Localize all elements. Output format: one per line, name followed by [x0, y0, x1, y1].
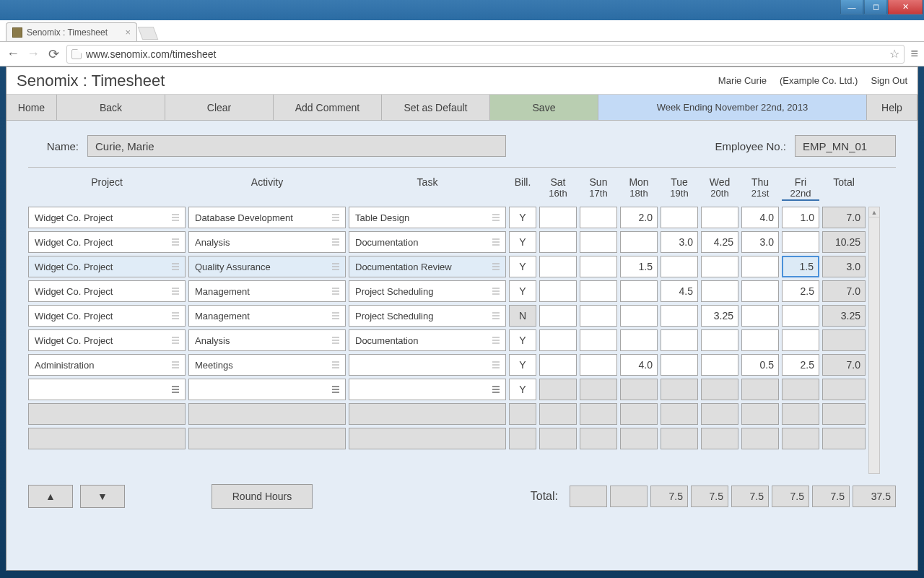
list-picker-icon[interactable] [331, 237, 342, 247]
hours-cell[interactable] [620, 329, 658, 351]
list-picker-icon[interactable] [170, 212, 182, 223]
list-picker-icon[interactable] [491, 335, 502, 345]
bill-cell[interactable]: Y [509, 280, 536, 302]
list-picker-icon[interactable] [331, 212, 342, 223]
project-picker[interactable]: Widget Co. Project [28, 305, 186, 327]
url-input[interactable]: www.senomix.com/timesheet ☆ [66, 45, 905, 64]
bill-cell[interactable]: Y [509, 354, 536, 376]
hours-cell[interactable] [620, 231, 658, 253]
hours-cell[interactable] [620, 280, 658, 302]
reload-icon[interactable]: ⟳ [46, 46, 61, 62]
set-default-button[interactable]: Set as Default [382, 95, 490, 120]
hours-cell[interactable]: 1.5 [620, 256, 658, 277]
hours-cell[interactable] [741, 280, 779, 302]
task-picker[interactable]: Documentation [349, 231, 506, 253]
hours-cell[interactable]: 4.0 [741, 207, 779, 228]
hours-cell[interactable] [539, 403, 577, 425]
project-picker[interactable]: Widget Co. Project [28, 280, 186, 302]
back-button[interactable]: Back [57, 95, 165, 120]
hours-cell[interactable] [620, 305, 658, 327]
new-tab-button[interactable] [138, 27, 159, 40]
row-up-button[interactable]: ▲ [28, 485, 73, 508]
hours-cell[interactable]: 2.5 [782, 280, 819, 302]
project-picker[interactable] [28, 403, 186, 425]
hours-cell[interactable] [580, 280, 617, 302]
add-comment-button[interactable]: Add Comment [274, 95, 382, 120]
clear-button[interactable]: Clear [165, 95, 274, 120]
task-picker[interactable]: Documentation Review [349, 256, 506, 277]
activity-picker[interactable]: Analysis [188, 231, 346, 253]
hours-cell[interactable] [741, 379, 779, 400]
hours-cell[interactable] [741, 256, 779, 277]
hours-cell[interactable] [741, 305, 779, 327]
hours-cell[interactable] [620, 379, 658, 400]
list-picker-icon[interactable] [170, 360, 182, 370]
sign-out-link[interactable]: Sign Out [871, 75, 907, 86]
task-picker[interactable]: Table Design [349, 207, 506, 228]
hours-cell[interactable]: 1.5 [782, 256, 819, 277]
task-picker[interactable] [349, 403, 506, 425]
list-picker-icon[interactable] [331, 384, 342, 394]
hours-cell[interactable] [661, 329, 698, 351]
hours-cell[interactable] [661, 256, 698, 277]
project-picker[interactable] [28, 379, 186, 400]
hours-cell[interactable]: 2.5 [782, 354, 819, 376]
hours-cell[interactable] [580, 428, 617, 449]
task-picker[interactable] [349, 428, 506, 449]
hours-cell[interactable] [701, 329, 738, 351]
bill-cell[interactable]: Y [509, 207, 536, 228]
hours-cell[interactable] [620, 403, 658, 425]
hours-cell[interactable] [661, 305, 698, 327]
hours-cell[interactable] [580, 379, 617, 400]
list-picker-icon[interactable] [170, 384, 182, 394]
task-picker[interactable]: Project Scheduling [349, 305, 506, 327]
project-picker[interactable]: Widget Co. Project [28, 207, 186, 228]
activity-picker[interactable]: Management [188, 305, 346, 327]
home-button[interactable]: Home [6, 95, 57, 120]
hours-cell[interactable]: 2.0 [620, 207, 658, 228]
hours-cell[interactable]: 4.25 [701, 231, 738, 253]
bill-cell[interactable]: Y [509, 256, 536, 277]
activity-picker[interactable]: Management [188, 280, 346, 302]
hours-cell[interactable] [539, 428, 577, 449]
hours-cell[interactable] [539, 379, 577, 400]
list-picker-icon[interactable] [331, 360, 342, 370]
project-picker[interactable]: Administration [28, 354, 186, 376]
scroll-up-icon[interactable]: ▲ [869, 207, 879, 217]
round-hours-button[interactable]: Round Hours [212, 484, 313, 509]
hours-cell[interactable] [539, 207, 577, 228]
hours-cell[interactable] [741, 329, 779, 351]
hours-cell[interactable] [661, 207, 698, 228]
list-picker-icon[interactable] [491, 237, 502, 247]
bill-cell[interactable]: Y [509, 231, 536, 253]
hours-cell[interactable] [539, 329, 577, 351]
hours-cell[interactable] [580, 329, 617, 351]
list-picker-icon[interactable] [170, 335, 182, 345]
hours-cell[interactable] [539, 256, 577, 277]
bill-cell[interactable]: N [509, 305, 536, 327]
list-picker-icon[interactable] [491, 286, 502, 296]
hours-cell[interactable] [661, 428, 698, 449]
hours-cell[interactable] [741, 428, 779, 449]
list-picker-icon[interactable] [170, 237, 182, 247]
hours-cell[interactable] [661, 379, 698, 400]
hours-cell[interactable] [580, 207, 617, 228]
hours-cell[interactable]: 1.0 [782, 207, 819, 228]
hours-cell[interactable] [782, 305, 819, 327]
browser-menu-icon[interactable]: ≡ [910, 46, 918, 61]
task-picker[interactable]: Documentation [349, 329, 506, 351]
list-picker-icon[interactable] [331, 335, 342, 345]
task-picker[interactable] [349, 379, 506, 400]
hours-cell[interactable]: 4.0 [620, 354, 658, 376]
hours-cell[interactable]: 0.5 [741, 354, 779, 376]
browser-tab[interactable]: Senomix : Timesheet × [6, 22, 137, 41]
hours-cell[interactable] [701, 256, 738, 277]
activity-picker[interactable] [188, 403, 346, 425]
hours-cell[interactable] [580, 403, 617, 425]
hours-cell[interactable] [580, 305, 617, 327]
hours-cell[interactable] [782, 403, 819, 425]
hours-cell[interactable] [661, 354, 698, 376]
tab-close-icon[interactable]: × [125, 27, 131, 38]
bill-cell[interactable] [509, 403, 536, 425]
list-picker-icon[interactable] [170, 311, 182, 321]
